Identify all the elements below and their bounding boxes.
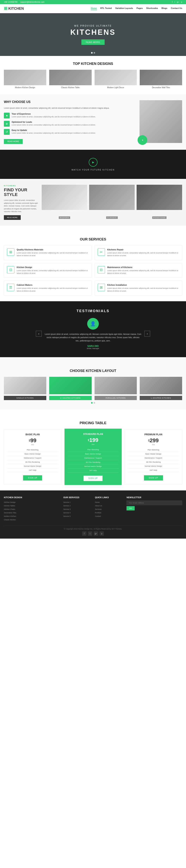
layout-dots xyxy=(4,402,182,404)
hero-cta-button[interactable]: READ MORE xyxy=(81,39,105,45)
nav-rtl[interactable]: RTL Tested xyxy=(100,7,112,10)
style-read-more-button[interactable]: READ MORE xyxy=(4,215,21,220)
service-icon-2: ✂ xyxy=(98,248,105,256)
layout-card-2: U-Shaped Kitchen xyxy=(49,377,91,400)
pricing-signup-premium[interactable]: SIGN UP xyxy=(144,475,163,480)
footer-link-4[interactable]: Decorative Tiles xyxy=(4,511,60,515)
style-left: KITCHENS FIND YOUR STYLE Lorem ipsum dol… xyxy=(4,185,39,220)
design-card-3[interactable]: Modern Light Decor xyxy=(95,70,137,89)
email-address: support@kitchentheme.com xyxy=(20,1,44,3)
newsletter-submit-button[interactable]: GO xyxy=(126,506,135,510)
layout-dot-2[interactable] xyxy=(94,402,95,404)
why-read-more-button[interactable]: READ MORE xyxy=(4,139,23,144)
layout-btn-3[interactable]: Parallel Kitchen xyxy=(95,396,137,400)
footer-svc-3[interactable]: Service 3 xyxy=(63,507,91,511)
feature-std-5: Normal Interior Design xyxy=(67,464,119,468)
footer-ql-5[interactable]: Contact xyxy=(95,515,123,518)
why-intro: Lorem ipsum dolor sit amet, consectetur … xyxy=(4,106,134,110)
why-left: WHY CHOOSE US Lorem ipsum dolor sit amet… xyxy=(4,100,134,144)
pricing-signup-basic[interactable]: SIGN UP xyxy=(23,475,42,480)
pricing-currency-basic: $ xyxy=(29,439,30,442)
pricing-signup-standard[interactable]: SIGN UP xyxy=(83,476,103,481)
testimonial-next[interactable]: › xyxy=(144,331,150,337)
footer-svc-5[interactable]: Service 5 xyxy=(63,515,91,518)
social-twitter[interactable]: t xyxy=(174,1,175,3)
nav-shortcodes[interactable]: Shortcodes xyxy=(146,7,158,10)
footer-svc-1[interactable]: Service 1 xyxy=(63,500,91,504)
pricing-features-premium: Plan Sketching Basic Master Design Maint… xyxy=(128,448,179,472)
service-card-2: ✂ Kitchens Repair Lorem ipsum dolor sit … xyxy=(95,245,182,260)
why-feature-3-desc: Lorem ipsum dolor sit amet, consectetur … xyxy=(12,132,96,134)
footer-link-6[interactable]: Classic Kitchen xyxy=(4,518,60,522)
nav-pages[interactable]: Pages xyxy=(137,7,143,10)
layout-dot-1[interactable] xyxy=(91,402,92,404)
why-feature-3-title: Easy to Update xyxy=(12,129,96,131)
layout-btn-4[interactable]: L-Shaped Kitchen xyxy=(140,396,182,400)
design-image-1 xyxy=(4,70,46,85)
footer-ql-3[interactable]: Services xyxy=(95,507,123,511)
feature-basic-2: Basic Interior Design xyxy=(7,452,58,456)
footer-social-pi[interactable]: p xyxy=(100,531,104,536)
nav-home[interactable]: Home xyxy=(91,7,97,10)
footer-svc-4[interactable]: Service 4 xyxy=(63,511,91,515)
style-label: KITCHENS xyxy=(4,185,39,187)
footer-ql-1[interactable]: Home xyxy=(95,500,123,504)
footer-ql-4[interactable]: Portfolio xyxy=(95,511,123,515)
design-card-4[interactable]: Decorative Wall Tiles xyxy=(140,70,182,89)
layout-btn-2[interactable]: U-Shaped Kitchen xyxy=(49,396,91,400)
footer-grid: KITCHEN DESIGN Kitchen Design Kitchen Ta… xyxy=(4,496,182,522)
footer-link-5[interactable]: Modern Kitchen xyxy=(4,515,60,518)
experience-icon: ★ xyxy=(4,113,10,119)
footer-social-tw[interactable]: t xyxy=(88,531,92,536)
testimonial-prev[interactable]: ‹ xyxy=(36,331,42,337)
phone-number: +00 123456789 xyxy=(4,1,17,3)
footer-quicklinks-title: QUICK LINKS xyxy=(95,496,123,499)
modern-label: MODERN xyxy=(59,216,70,219)
why-feature-1-text: Year of Experience Lorem ipsum dolor sit… xyxy=(12,113,96,118)
hero-dot-1[interactable] xyxy=(91,52,92,54)
design-card-1[interactable]: Modern Kitchen Design xyxy=(4,70,46,89)
footer-social-fb[interactable]: f xyxy=(82,531,86,536)
top-bar: +00 123456789 support@kitchentheme.com f… xyxy=(0,0,186,4)
service-text-5: Lorem ipsum dolor sit amet, consectetur … xyxy=(17,287,88,292)
social-google[interactable]: g+ xyxy=(177,1,179,3)
service-title-1: Quality Kitchens Materials xyxy=(17,248,88,251)
footer-copyright: © Copyright 2016 Kitchen Design Inc. All… xyxy=(4,528,182,530)
style-image-modern[interactable]: MODERN xyxy=(42,185,87,220)
top-bar-social: f t g+ p xyxy=(172,1,182,3)
layout-image-1 xyxy=(4,377,46,394)
design-card-2[interactable]: Classic Kitchen Table xyxy=(49,70,91,89)
feature-basic-1: Plan Sketching xyxy=(7,448,58,452)
video-play-button[interactable] xyxy=(89,158,98,167)
hero-dot-2[interactable] xyxy=(94,52,95,54)
footer-ql-2[interactable]: About Us xyxy=(95,504,123,507)
layout-card-1: Single Kitchen xyxy=(4,377,46,400)
social-facebook[interactable]: f xyxy=(172,1,173,3)
nav-contact[interactable]: Contact Us xyxy=(171,7,182,10)
layout-btn-1[interactable]: Single Kitchen xyxy=(4,396,46,400)
footer-social-gp[interactable]: g+ xyxy=(94,531,98,536)
hero-title: KITCHENS xyxy=(70,28,116,36)
logo-text: KITCHEN xyxy=(8,7,24,11)
pricing-price-premium: $299 xyxy=(128,437,179,444)
feature-prem-6: 24/7 Help xyxy=(128,468,179,472)
design-image-3 xyxy=(95,70,137,85)
testimonials-title: TESTIMONIALS xyxy=(4,309,182,313)
nav-blogs[interactable]: Blogs xyxy=(161,7,168,10)
service-title-5: Cabinet Makers xyxy=(17,284,88,286)
pricing-plan-basic: Basic Plan xyxy=(7,433,58,436)
pricing-card-basic: Basic Plan $99 /mo Plan Sketching Basic … xyxy=(4,429,62,485)
video-section: WATCH YOUR FUTURE KITCHEN xyxy=(0,150,186,179)
design-label-3: Modern Light Decor xyxy=(95,87,137,89)
footer-svc-2[interactable]: Service 2 xyxy=(63,504,91,507)
style-image-classic[interactable]: CLASSIC xyxy=(89,185,135,220)
nav-variation[interactable]: Variation Layouts xyxy=(115,7,133,10)
footer-link-2[interactable]: Kitchen Tables xyxy=(4,504,60,507)
service-text-2: Lorem ipsum dolor sit amet, consectetur … xyxy=(107,252,179,257)
style-image-monotone[interactable]: MONOTONE xyxy=(137,185,182,220)
footer-social: f t g+ p xyxy=(4,531,182,536)
newsletter-email-input[interactable] xyxy=(126,500,182,505)
footer-link-3[interactable]: Kitchen Chairs xyxy=(4,507,60,511)
social-pinterest[interactable]: p xyxy=(181,1,182,3)
footer-link-1[interactable]: Kitchen Design xyxy=(4,500,60,504)
